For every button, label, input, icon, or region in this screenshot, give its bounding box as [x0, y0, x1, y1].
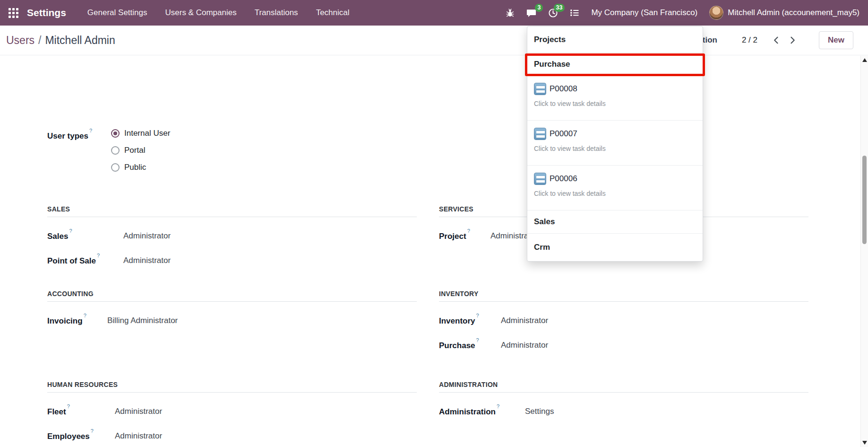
field-invoicing: Invoicing? Billing Administrator [47, 308, 417, 333]
field-point-of-sale: Point of Sale? Administrator [47, 248, 417, 273]
section-human-resources: HUMAN RESOURCES Fleet? Administrator Emp… [47, 381, 417, 447]
chevron-left-icon [772, 35, 781, 45]
help-icon: ? [69, 228, 72, 234]
help-icon: ? [67, 403, 70, 409]
section-accounting: ACCOUNTING Invoicing? Billing Administra… [47, 290, 417, 333]
radio-internal-user[interactable]: Internal User [111, 125, 170, 142]
help-icon: ? [467, 228, 470, 234]
dropdown-item-sales[interactable]: Sales [527, 210, 703, 234]
field-purchase-value[interactable]: Administrator [501, 341, 548, 350]
top-menu: General Settings Users & Companies Trans… [78, 0, 359, 26]
section-title: ACCOUNTING [47, 290, 417, 302]
scrollbar-up-arrow[interactable] [862, 58, 867, 62]
field-inventory-value[interactable]: Administrator [501, 316, 548, 325]
user-menu[interactable]: Mitchell Admin (accounement_may5) [728, 8, 859, 18]
section-sales: SALES Sales? Administrator Point of Sale… [47, 205, 417, 273]
field-purchase: Purchase? Administrator [439, 333, 808, 358]
chevron-right-icon [788, 35, 797, 45]
control-panel: Users / Mitchell Admin ⚙ Action 2 / 2 Ne… [0, 26, 868, 55]
field-employees: Employees? Administrator [47, 424, 417, 447]
task-subtitle: Click to view task details [534, 100, 696, 107]
user-form: User types? Internal User Portal Public … [0, 56, 860, 447]
scrollbar-thumb[interactable] [862, 156, 867, 244]
field-administration-value[interactable]: Settings [525, 407, 554, 416]
field-fleet-value[interactable]: Administrator [115, 407, 162, 416]
task-card-icon [534, 83, 546, 95]
dropdown-task-p00006[interactable]: P00006 Click to view task details [527, 166, 703, 210]
field-point-of-sale-value[interactable]: Administrator [123, 256, 171, 265]
field-sales-value[interactable]: Administrator [123, 231, 171, 241]
field-administration: Administration? Settings [439, 399, 808, 424]
messages-icon[interactable]: 3 [526, 8, 536, 18]
help-icon: ? [476, 313, 479, 318]
activities-badge: 33 [554, 4, 565, 12]
breadcrumb-separator: / [38, 34, 41, 47]
apps-menu-icon[interactable] [9, 8, 18, 18]
task-subtitle: Click to view task details [534, 190, 696, 197]
messages-badge: 3 [535, 4, 543, 12]
activities-clock-icon[interactable]: 33 [548, 8, 558, 18]
radio-icon[interactable] [111, 146, 120, 155]
app-name[interactable]: Settings [27, 7, 66, 18]
menu-translations[interactable]: Translations [246, 0, 307, 26]
breadcrumb-current: Mitchell Admin [45, 34, 115, 47]
field-invoicing-value[interactable]: Billing Administrator [107, 316, 178, 325]
section-title: INVENTORY [439, 290, 808, 302]
help-icon: ? [476, 337, 479, 343]
avatar[interactable] [709, 6, 723, 20]
systray: 3 33 My Company (San Francisco) Mitchell… [506, 6, 859, 20]
field-fleet: Fleet? Administrator [47, 399, 417, 424]
todo-list-icon[interactable] [570, 8, 579, 18]
radio-icon[interactable] [111, 129, 120, 138]
radio-portal[interactable]: Portal [111, 142, 170, 159]
section-title: ADMINISTRATION [439, 381, 808, 393]
help-icon: ? [97, 253, 100, 258]
breadcrumb: Users / Mitchell Admin [6, 34, 115, 47]
help-icon: ? [497, 403, 499, 409]
top-navbar: Settings General Settings Users & Compan… [0, 0, 868, 26]
task-subtitle: Click to view task details [534, 145, 696, 152]
dropdown-item-crm[interactable]: Crm [527, 234, 703, 261]
section-administration: ADMINISTRATION Administration? Settings [439, 381, 808, 424]
debug-bug-icon[interactable] [506, 9, 515, 18]
todo-dropdown-menu: Projects Purchase P00008 Click to view t… [527, 26, 703, 262]
section-title: HUMAN RESOURCES [47, 381, 417, 393]
section-title: SALES [47, 205, 417, 217]
menu-users-companies[interactable]: Users & Companies [156, 0, 245, 26]
dropdown-task-p00007[interactable]: P00007 Click to view task details [527, 121, 703, 166]
user-types-field: User types? Internal User Portal Public [47, 125, 417, 176]
scrollbar[interactable] [860, 56, 868, 447]
pager-next-button[interactable] [786, 34, 799, 47]
help-icon: ? [84, 313, 86, 318]
new-button[interactable]: New [819, 31, 853, 49]
menu-technical[interactable]: Technical [307, 0, 359, 26]
menu-general-settings[interactable]: General Settings [78, 0, 156, 26]
breadcrumb-users-link[interactable]: Users [6, 34, 34, 47]
pager-value[interactable]: 2 / 2 [742, 35, 757, 45]
radio-public[interactable]: Public [111, 159, 170, 176]
field-inventory: Inventory? Administrator [439, 308, 808, 333]
radio-icon[interactable] [111, 163, 120, 172]
dropdown-task-p00008[interactable]: P00008 Click to view task details [527, 76, 703, 121]
task-card-icon [534, 173, 546, 185]
section-inventory: INVENTORY Inventory? Administrator Purch… [439, 290, 808, 358]
field-sales: Sales? Administrator [47, 224, 417, 248]
dropdown-item-purchase[interactable]: Purchase [527, 53, 703, 76]
scrollbar-down-arrow[interactable] [862, 441, 867, 445]
field-employees-value[interactable]: Administrator [115, 431, 162, 441]
user-types-label: User types? [47, 125, 111, 176]
dropdown-item-projects[interactable]: Projects [527, 26, 703, 53]
task-card-icon [534, 128, 546, 140]
pager-previous-button[interactable] [770, 34, 783, 47]
company-switcher[interactable]: My Company (San Francisco) [591, 8, 697, 18]
help-icon: ? [91, 428, 94, 434]
help-icon: ? [89, 128, 92, 133]
